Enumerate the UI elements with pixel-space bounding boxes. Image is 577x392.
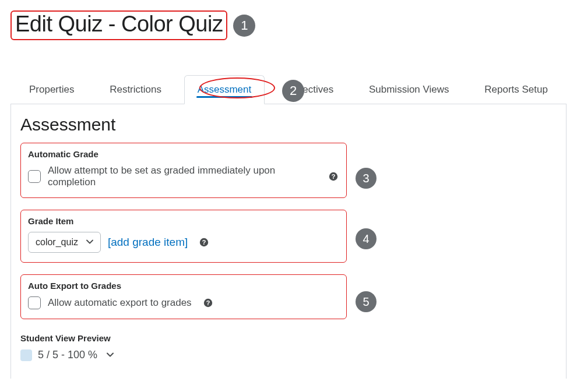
help-icon[interactable]: ? [202, 297, 214, 309]
callout-badge-3: 3 [356, 168, 377, 189]
auto-export-label: Allow automatic export to grades [48, 297, 192, 309]
automatic-grade-checkbox[interactable] [28, 170, 41, 183]
chevron-down-icon [86, 237, 93, 248]
auto-export-section: Auto Export to Grades Allow automatic ex… [20, 274, 347, 319]
help-icon[interactable]: ? [198, 236, 210, 248]
tab-reports-setup[interactable]: Reports Setup [472, 76, 561, 104]
svg-text:?: ? [206, 299, 210, 306]
help-icon[interactable]: ? [328, 171, 339, 182]
callout-badge-4: 4 [356, 228, 377, 249]
tab-restrictions[interactable]: Restrictions [97, 76, 174, 104]
student-view-preview-section: Student View Preview 5 / 5 - 100 % [20, 333, 557, 361]
page-title: Edit Quiz - Color Quiz [15, 12, 223, 37]
automatic-grade-section: Automatic Grade Allow attempt to be set … [20, 143, 347, 198]
automatic-grade-label: Allow attempt to be set as graded immedi… [48, 165, 318, 188]
svg-text:?: ? [202, 239, 206, 246]
auto-export-checkbox[interactable] [28, 296, 41, 309]
tab-submission-views[interactable]: Submission Views [356, 76, 462, 104]
preview-color-swatch [20, 349, 32, 361]
auto-export-heading: Auto Export to Grades [28, 281, 339, 291]
student-view-preview-value: 5 / 5 - 100 % [38, 349, 97, 361]
svg-text:?: ? [332, 173, 336, 180]
add-grade-item-link[interactable]: [add grade item] [108, 236, 188, 249]
student-view-preview-heading: Student View Preview [20, 333, 557, 343]
tab-properties[interactable]: Properties [16, 76, 87, 104]
grade-item-section: Grade Item color_quiz [add grade item] ? [20, 210, 347, 263]
callout-badge-1: 1 [233, 15, 255, 37]
automatic-grade-heading: Automatic Grade [28, 149, 339, 159]
chevron-down-icon[interactable] [107, 349, 114, 361]
grade-item-selected-value: color_quiz [36, 237, 78, 248]
section-title: Assessment [20, 115, 557, 135]
callout-badge-5: 5 [356, 291, 377, 312]
tab-assessment[interactable]: Assessment [184, 75, 265, 104]
callout-badge-2: 2 [282, 80, 304, 102]
assessment-panel: Assessment Automatic Grade Allow attempt… [10, 104, 567, 379]
title-highlight-box: Edit Quiz - Color Quiz [10, 10, 227, 40]
grade-item-heading: Grade Item [28, 216, 339, 226]
grade-item-select[interactable]: color_quiz [28, 232, 101, 253]
